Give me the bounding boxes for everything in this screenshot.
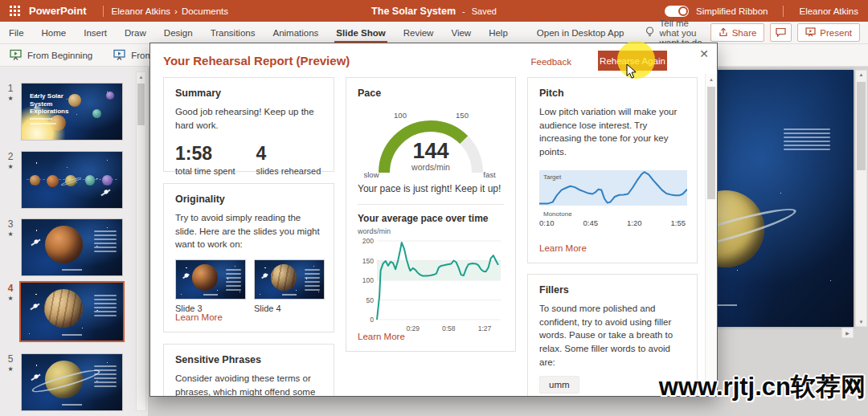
app-name[interactable]: PowerPoint (29, 5, 87, 17)
thumbnail-scrollbar[interactable]: ▲ (136, 71, 146, 411)
watermark-text: www.rjtj.cn软荐网 (659, 370, 866, 404)
simplified-ribbon-toggle[interactable] (665, 6, 689, 17)
originality-body: Try to avoid simply reading the slide. H… (175, 211, 322, 251)
pitch-chart: TargetMonotone (539, 167, 687, 220)
lightbulb-icon (645, 27, 654, 39)
pitch-learn-more-link[interactable]: Learn More (539, 243, 587, 253)
summary-heading: Summary (175, 88, 322, 99)
pace-message: Your pace is just right! Keep it up! (358, 182, 504, 196)
animation-star-icon: ★ (3, 295, 18, 302)
breadcrumb-user[interactable]: Eleanor Atkins (112, 6, 171, 16)
open-in-desktop-button[interactable]: Open in Desktop App (528, 28, 633, 38)
originality-learn-more-link[interactable]: Learn More (175, 312, 223, 322)
gauge-tick-high: 150 (456, 111, 469, 120)
originality-thumbnail-slide-4[interactable] (254, 259, 325, 300)
slide-thumbnail-5[interactable] (21, 353, 123, 411)
scrollbar-thumb[interactable] (137, 84, 145, 125)
slides-rehearsed-caption: slides rehearsed (256, 166, 321, 176)
slide-number: 5 (8, 353, 14, 365)
animation-star-icon: ★ (3, 163, 18, 170)
scroll-up-icon[interactable]: ▲ (706, 74, 717, 82)
scroll-right-icon[interactable]: ▶ (841, 328, 854, 338)
pace-over-time-chart: 0501001502000:290:581:27 (358, 236, 504, 336)
tab-design[interactable]: Design (155, 22, 202, 43)
originality-thumbnail-slide-3[interactable] (175, 259, 246, 300)
tab-animations[interactable]: Animations (264, 22, 327, 43)
svg-text:0: 0 (370, 316, 374, 324)
dialog-scrollbar[interactable]: ▲ (705, 74, 717, 396)
scroll-up-icon[interactable]: ▲ (137, 72, 145, 80)
svg-text:1:27: 1:27 (478, 324, 492, 332)
svg-text:0:58: 0:58 (442, 324, 456, 332)
canvas-vertical-scrollbar[interactable]: ▲ ▼ (855, 70, 867, 327)
slide-thumbnail-panel: 1★Early Solar System Explorations2★3★4★5… (0, 67, 148, 416)
breadcrumb-chevron: › (174, 6, 178, 16)
slide-thumbnail-4[interactable] (21, 283, 123, 341)
comments-button[interactable] (770, 23, 792, 42)
scrollbar-thumb[interactable] (857, 82, 866, 170)
svg-text:150: 150 (362, 257, 374, 265)
animation-star-icon: ★ (3, 365, 18, 373)
slide-row-4: 4★ (0, 283, 148, 341)
scroll-up-icon[interactable]: ▲ (856, 72, 866, 77)
pitch-time-tick: 1:55 (671, 218, 686, 227)
scroll-down-icon[interactable]: ▼ (856, 320, 866, 324)
svg-text:100: 100 (362, 276, 374, 284)
pitch-time-tick: 0:10 (539, 218, 555, 227)
svg-text:0:29: 0:29 (406, 324, 420, 332)
tab-review[interactable]: Review (395, 22, 443, 43)
pace-gauge: 100 150 slow fast 144 words/min (358, 105, 504, 181)
dialog-title: Your Rehearsal Report (Preview) (163, 54, 350, 67)
scrollbar-thumb[interactable] (707, 87, 715, 199)
fillers-body: To sound more polished and confident, tr… (539, 302, 686, 369)
comment-icon (776, 27, 786, 39)
tell-me-search[interactable]: Tell me what you want to do (645, 22, 710, 43)
present-button[interactable]: Present (797, 23, 860, 42)
feedback-link[interactable]: Feedback (530, 57, 571, 67)
svg-text:Target: Target (543, 173, 562, 181)
originality-thumbnail-label: Slide 4 (254, 304, 325, 313)
pace-learn-more-link[interactable]: Learn More (358, 332, 405, 341)
pitch-time-axis: 0:100:451:201:55 (539, 218, 686, 227)
total-time-value: 1:58 (175, 143, 235, 165)
sensitive-heading: Sensitive Phrases (175, 354, 322, 365)
document-title[interactable]: The Solar System (371, 6, 456, 17)
slide-thumbnail-2[interactable] (21, 151, 123, 209)
slide-number: 2 (8, 151, 14, 162)
total-time-metric: 1:58 total time spent (175, 143, 235, 176)
slide-row-3: 3★ (0, 218, 148, 276)
pace-heading: Pace (358, 88, 504, 99)
slide-row-1: 1★Early Solar System Explorations (0, 83, 148, 141)
svg-text:200: 200 (362, 237, 374, 245)
tab-draw[interactable]: Draw (116, 22, 155, 43)
close-icon[interactable]: ✕ (695, 45, 713, 63)
slide-row-5: 5★ (0, 353, 148, 411)
share-button[interactable]: Share (710, 23, 765, 42)
rehearse-again-button[interactable]: Rehearse Again (598, 51, 667, 71)
breadcrumb: Eleanor Atkins › Documents (112, 6, 229, 16)
tab-slide-show[interactable]: Slide Show (327, 22, 394, 43)
account-name[interactable]: Eleanor Atkins (799, 6, 858, 16)
from-beginning-label: From Beginning (27, 51, 92, 60)
present-screen-icon (805, 27, 816, 39)
filler-word-chip: umm (539, 376, 579, 394)
total-time-caption: total time spent (175, 166, 235, 176)
animation-star-icon: ★ (3, 95, 18, 102)
tab-help[interactable]: Help (480, 22, 517, 43)
app-launcher-icon[interactable] (0, 0, 29, 22)
tab-home[interactable]: Home (33, 22, 76, 43)
tab-file[interactable]: File (0, 22, 33, 43)
breadcrumb-folder[interactable]: Documents (182, 6, 228, 16)
toggle-knob (678, 6, 688, 16)
pace-chart-ylabel: words/min (358, 227, 504, 235)
slide-thumbnail-3[interactable] (21, 218, 123, 276)
slide-thumbnail-1[interactable]: Early Solar System Explorations (21, 83, 123, 141)
present-label: Present (820, 28, 852, 38)
share-label: Share (732, 28, 757, 38)
tab-insert[interactable]: Insert (75, 22, 116, 43)
from-beginning-button[interactable]: From Beginning (10, 49, 92, 62)
title-separator: - (462, 6, 465, 16)
tab-view[interactable]: View (442, 22, 480, 43)
tab-transitions[interactable]: Transitions (202, 22, 264, 43)
slide-number: 4 (8, 283, 14, 294)
